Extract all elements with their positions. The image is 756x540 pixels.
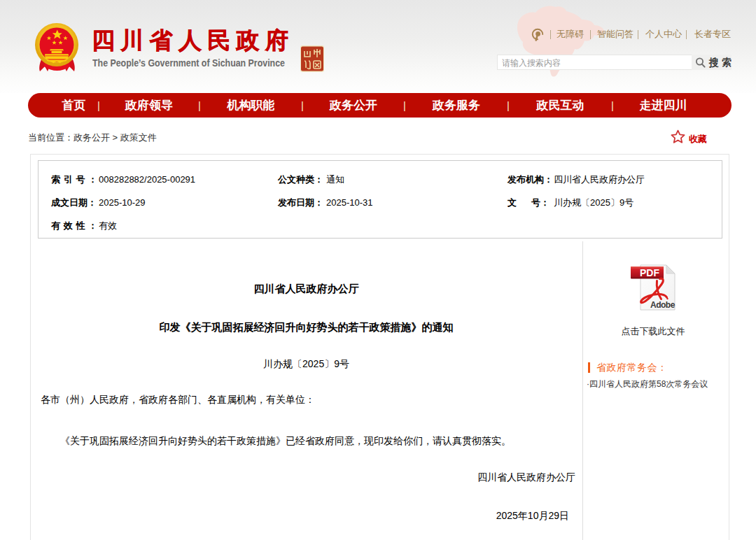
svg-text:Adobe: Adobe xyxy=(650,300,676,310)
svg-text:PDF: PDF xyxy=(640,267,659,278)
